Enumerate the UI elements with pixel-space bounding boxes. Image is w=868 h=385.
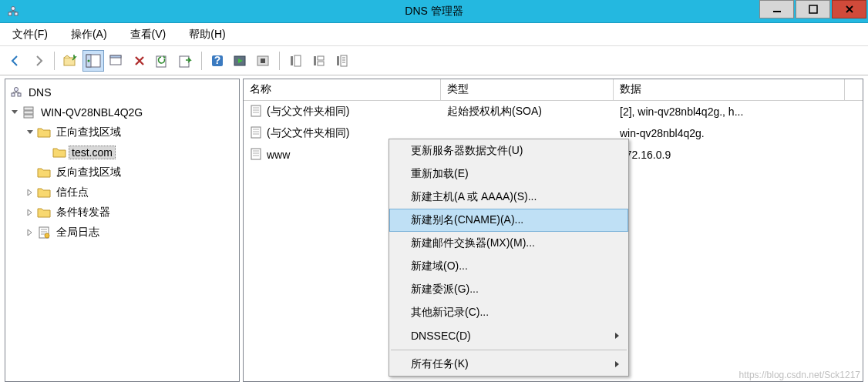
tree-label: 全局日志 — [53, 225, 103, 240]
svg-rect-22 — [318, 62, 324, 65]
tree-node-reverse-zones[interactable]: 反向查找区域 — [5, 162, 239, 182]
svg-rect-21 — [318, 56, 324, 60]
tree-label: 条件转发器 — [53, 205, 113, 220]
nav-forward-button[interactable] — [28, 50, 49, 72]
list-row[interactable]: (与父文件夹相同)起始授权机构(SOA)[2], win-qv28nbl4q2g… — [244, 101, 863, 122]
svg-rect-23 — [337, 56, 339, 65]
window-title: DNS 管理器 — [405, 5, 463, 18]
context-item-label: 所有任务(K) — [411, 357, 469, 371]
stop-button[interactable] — [253, 50, 274, 72]
context-item[interactable]: 重新加载(E) — [389, 162, 628, 186]
dns-icon — [8, 85, 24, 99]
svg-point-32 — [45, 233, 49, 238]
action3-button[interactable] — [331, 50, 352, 72]
up-button[interactable] — [59, 50, 81, 72]
tree-node-conditional-forwarders[interactable]: 条件转发器 — [5, 203, 239, 223]
tree-node-forward-zones[interactable]: 正向查找区域 — [5, 122, 239, 142]
help-button[interactable]: ? — [207, 50, 228, 72]
minimize-button[interactable] — [759, 0, 794, 18]
tree-label: DNS — [25, 85, 55, 99]
menu-view[interactable]: 查看(V) — [126, 26, 171, 43]
tree-label: test.com — [69, 146, 116, 159]
log-icon — [36, 226, 52, 239]
expander-icon[interactable] — [24, 206, 36, 219]
context-item[interactable]: 新建域(O)... — [389, 255, 628, 278]
cell-name: (与父文件夹相同) — [267, 105, 349, 119]
submenu-arrow-icon — [614, 358, 621, 370]
cell-type: 起始授权机构(SOA) — [447, 105, 542, 119]
svg-rect-33 — [251, 105, 261, 116]
context-item-label: 更新服务器数据文件(U) — [411, 144, 523, 158]
context-item[interactable]: 新建邮件交换器(MX)(M)... — [389, 232, 628, 255]
cell-data: [2], win-qv28nbl4q2g., h... — [620, 105, 743, 118]
expander-icon[interactable] — [24, 126, 36, 139]
context-item-label: 新建委派(G)... — [411, 283, 479, 296]
svg-rect-4 — [809, 5, 817, 13]
col-name[interactable]: 名称 — [244, 79, 441, 100]
cell-name: www — [267, 149, 290, 161]
menu-file[interactable]: 文件(F) — [8, 26, 52, 43]
context-item[interactable]: 新建委派(G)... — [389, 278, 628, 301]
submenu-arrow-icon — [614, 330, 621, 342]
svg-rect-24 — [341, 55, 347, 66]
tree-label: 信任点 — [53, 185, 92, 200]
toolbar-separator — [279, 52, 280, 70]
svg-rect-1 — [8, 12, 12, 15]
svg-rect-19 — [294, 55, 301, 66]
context-item[interactable]: 其他新记录(C)... — [389, 301, 628, 324]
svg-rect-3 — [773, 11, 781, 12]
svg-rect-35 — [251, 149, 261, 159]
svg-rect-30 — [24, 115, 33, 118]
expander-icon[interactable] — [24, 226, 36, 239]
context-item-label: 其他新记录(C)... — [411, 306, 489, 320]
context-item[interactable]: 更新服务器数据文件(U) — [389, 139, 628, 162]
tree-node-server[interactable]: WIN-QV28NBL4Q2G — [5, 102, 239, 122]
folder-icon — [36, 186, 52, 199]
expander-icon[interactable] — [24, 186, 36, 199]
tree-node-global-logs[interactable]: 全局日志 — [5, 223, 239, 243]
record-icon — [250, 126, 264, 141]
context-item-label: 重新加载(E) — [411, 167, 469, 181]
close-button[interactable] — [832, 0, 866, 18]
window-controls — [759, 0, 868, 22]
show-hide-tree-button[interactable] — [82, 50, 104, 72]
context-item[interactable]: 新建主机(A 或 AAAA)(S)... — [389, 186, 628, 209]
context-menu[interactable]: 更新服务器数据文件(U)重新加载(E)新建主机(A 或 AAAA)(S)...新… — [389, 139, 629, 377]
maximize-button[interactable] — [796, 0, 830, 18]
menu-action[interactable]: 操作(A) — [66, 26, 112, 43]
svg-text:?: ? — [214, 54, 221, 66]
cell-data: win-qv28nbl4q2g. — [620, 127, 705, 139]
server-icon — [21, 105, 36, 119]
context-item-label: DNSSEC(D) — [411, 330, 471, 342]
expander-icon[interactable] — [8, 106, 21, 119]
menu-help[interactable]: 帮助(H) — [184, 26, 230, 43]
action2-button[interactable] — [308, 50, 329, 72]
svg-rect-17 — [261, 59, 265, 63]
svg-rect-10 — [110, 55, 121, 58]
record-icon — [250, 148, 264, 162]
new-window-button[interactable] — [106, 50, 127, 72]
svg-rect-18 — [291, 56, 293, 65]
tree-node-dns-root[interactable]: DNS — [5, 82, 239, 102]
delete-button[interactable] — [129, 50, 150, 72]
svg-rect-20 — [314, 56, 316, 65]
export-button[interactable] — [175, 50, 197, 72]
svg-rect-2 — [15, 12, 18, 15]
col-type[interactable]: 类型 — [441, 79, 614, 100]
folder-icon — [36, 126, 52, 139]
tree-node-trust-points[interactable]: 信任点 — [5, 182, 239, 203]
context-item[interactable]: 新建别名(CNAME)(A)... — [389, 209, 628, 232]
col-data[interactable]: 数据 — [614, 79, 845, 100]
window-titlebar: DNS 管理器 — [0, 0, 868, 23]
toolbar-separator — [201, 52, 202, 70]
tree-node-zone-test[interactable]: test.com — [5, 142, 239, 162]
run-button[interactable] — [230, 50, 251, 72]
tree-label: 正向查找区域 — [53, 125, 124, 140]
tree-panel[interactable]: DNS WIN-QV28NBL4Q2G 正向查找区域 test.com — [5, 79, 240, 382]
nav-back-button[interactable] — [5, 50, 26, 72]
refresh-button[interactable] — [152, 50, 173, 72]
svg-rect-29 — [24, 111, 33, 114]
context-item[interactable]: DNSSEC(D) — [389, 324, 628, 347]
context-item[interactable]: 所有任务(K) — [389, 353, 628, 376]
action1-button[interactable] — [284, 50, 306, 72]
